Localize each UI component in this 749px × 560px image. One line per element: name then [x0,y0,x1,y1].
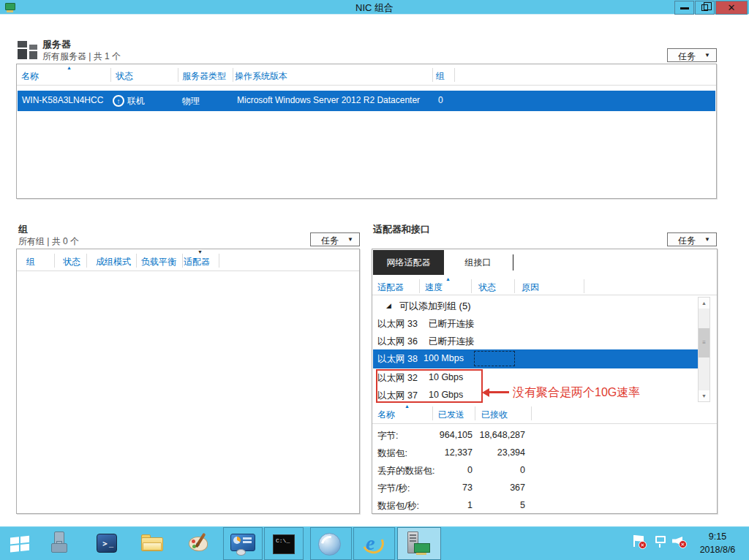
server-row[interactable]: WIN-K58A3LN4HCC ↑ 联机 物理 Microsoft Window… [18,91,715,111]
minimize-button[interactable] [674,1,694,15]
adapters-tasks-button[interactable]: 任务 ▼ [667,232,717,246]
dropdown-arrow-icon: ▼ [347,236,353,243]
command-prompt-button[interactable]: C:\_ [264,527,304,560]
file-explorer-button[interactable] [138,527,167,560]
display-settings-button[interactable] [223,527,263,560]
servers-section-subtitle: 所有服务器 | 共 1 个 [42,50,121,63]
command-prompt-icon: C:\_ [273,534,295,554]
sort-asc-icon: ▲ [445,276,451,281]
server-manager-button[interactable] [45,527,75,560]
teams-table: 组 状态 成组模式 负载平衡 适配器 ▼ [16,249,360,514]
col-header-state[interactable]: 状态 [478,281,496,294]
server-os: Microsoft Windows Server 2012 R2 Datacen… [237,95,420,105]
col-header-adapters[interactable]: 适配器 [184,256,210,268]
col-header-status[interactable]: 状态 [116,70,133,83]
nic-teaming-icon [404,531,434,558]
taskbar: ＞_ C:\_ e ✕ ✕ 9:15 2018/8/6 [0,526,749,560]
server-online-icon: ↑ [113,95,124,107]
adapter-row-selected[interactable]: 以太网 38 100 Mbps [373,349,702,368]
titlebar: NIC 组合 ✕ [0,0,749,15]
scroll-up-icon[interactable]: ▲ [699,298,710,309]
flag-icon [633,535,635,547]
dropdown-arrow-icon: ▼ [704,236,710,243]
scrollbar-thumb[interactable]: ≡ [699,328,710,357]
col-header-os[interactable]: 操作系统版本 [235,70,287,83]
powershell-icon: ＞_ [97,534,117,553]
servers-section-title: 服务器 [42,38,71,51]
col-header-teaming-mode[interactable]: 成组模式 [96,256,131,268]
col-header-teams[interactable]: 组 [436,70,445,83]
internet-explorer-icon: e [361,531,386,556]
restore-button[interactable] [695,1,715,15]
action-center-flag-button[interactable]: ✕ [633,534,648,550]
servers-table: 名称 ▲ 状态 服务器类型 操作系统版本 组 WIN-K58A3LN4HCC ↑… [16,64,717,199]
paint-palette-icon [189,534,209,553]
teams-section-subtitle: 所有组 | 共 0 个 [18,235,79,248]
col-header-stat-name[interactable]: 名称 [377,409,395,421]
col-header-speed[interactable]: 速度 [425,281,443,294]
col-header-name[interactable]: 名称 [21,70,39,83]
tab-team-interfaces[interactable]: 组接口 [444,250,512,275]
nic-teaming-taskbar-button[interactable] [397,527,441,560]
volume-tray-button[interactable]: ✕ [672,534,688,550]
col-header-received[interactable]: 已接收 [481,409,508,421]
sort-asc-icon: ▲ [67,65,72,70]
adapters-panel: 网络适配器 组接口 适配器 速度 ▲ 状态 原因 ◢ 可以添加到组 (5) 以太… [372,249,718,514]
start-button[interactable] [0,527,41,560]
col-header-team[interactable]: 组 [26,256,35,268]
server-name: WIN-K58A3LN4HCC [22,95,103,105]
annotation-text: 没有聚合是两个10G速率 [513,385,640,401]
server-team-count: 0 [438,95,443,105]
display-settings-icon [230,534,257,556]
tab-network-adapters[interactable]: 网络适配器 [373,250,444,275]
col-header-team-status[interactable]: 状态 [63,256,80,268]
internet-explorer-button[interactable]: e [353,527,395,560]
server-type: 物理 [182,95,200,107]
clock-time: 9:15 [691,530,744,543]
network-icon [655,536,666,543]
servers-section-icon [18,39,41,59]
close-button[interactable]: ✕ [715,1,748,15]
col-header-load-balancing[interactable]: 负载平衡 [141,256,176,268]
powershell-button[interactable]: ＞_ [92,527,121,560]
annotation-red-box [376,369,483,403]
col-header-adapter[interactable]: 适配器 [377,281,404,294]
adapters-scrollbar[interactable]: ▲ ≡ ▼ [698,297,710,402]
clock-date: 2018/8/6 [691,543,744,556]
network-tray-button[interactable] [653,534,669,550]
dropdown-arrow-icon: ▼ [704,52,710,58]
col-header-reason[interactable]: 原因 [522,281,539,294]
col-header-sent[interactable]: 已发送 [438,409,464,421]
col-header-servertype[interactable]: 服务器类型 [182,70,226,83]
sort-desc-icon: ▼ [197,249,203,254]
minimize-icon [680,7,689,10]
adapter-row[interactable]: 以太网 36 已断开连接 [377,336,418,348]
folder-icon [141,534,163,552]
windows-logo-icon [10,536,30,553]
adapter-row[interactable]: 以太网 33 已断开连接 [377,318,418,330]
mute-badge-icon: ✕ [679,540,687,548]
text-cursor [513,254,513,270]
scroll-down-icon[interactable]: ▼ [699,390,710,401]
window-title: NIC 组合 [0,1,749,15]
adapters-section-title: 适配器和接口 [373,223,430,236]
annotation-arrow-line [489,391,509,393]
servers-tasks-button[interactable]: 任务 ▼ [667,48,717,62]
browser-swirl-icon [318,533,341,556]
server-status: 联机 [127,95,145,107]
sort-asc-icon: ▲ [404,404,410,409]
paint-button[interactable] [184,527,214,560]
teams-section-title: 组 [18,223,28,236]
focus-rectangle [474,351,515,366]
group-expander-icon[interactable]: ◢ [386,302,391,309]
restore-icon [701,4,708,11]
error-badge-icon: ✕ [639,541,647,549]
adapter-group-header[interactable]: 可以添加到组 (5) [399,300,471,313]
taskbar-clock[interactable]: 9:15 2018/8/6 [691,530,744,556]
server-manager-icon [51,531,67,553]
teams-tasks-button[interactable]: 任务 ▼ [310,232,360,246]
browser-button[interactable] [310,527,352,560]
